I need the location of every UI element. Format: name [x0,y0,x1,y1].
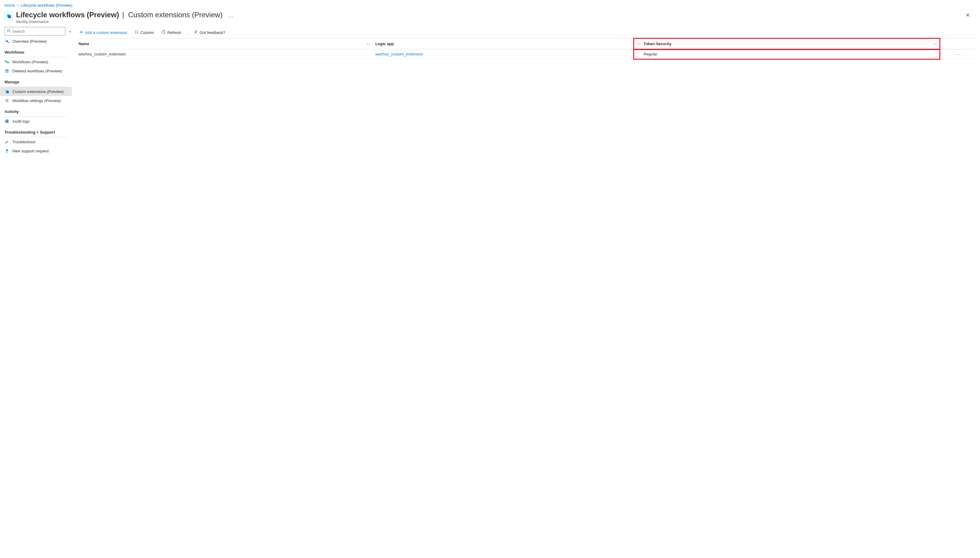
sidebar-section-troubleshoot: Troubleshooting + Support [0,126,72,136]
columns-icon [134,30,139,35]
page-subview-title: Custom extensions (Preview) [128,11,223,19]
plus-icon [79,30,83,35]
svg-point-5 [5,39,6,41]
close-icon[interactable]: ✕ [962,11,973,20]
breadcrumb-home[interactable]: Home [5,3,15,8]
main-content: Add a custom extension Column Refresh Go… [72,27,980,157]
gear-icon [5,98,10,103]
sidebar-item-new-support-request[interactable]: New support request [0,146,72,155]
column-label: Logic app [375,41,394,46]
log-icon [5,119,10,124]
svg-rect-7 [5,61,7,62]
svg-point-16 [7,100,8,102]
svg-line-3 [10,31,10,33]
feedback-icon [193,30,198,35]
sidebar: « Overview (Preview) Workflows Workflows… [0,27,72,157]
sidebar-section-activity: Activity [0,105,72,116]
sidebar-item-deleted-workflows[interactable]: Deleted workflows (Preview) [0,66,72,75]
sidebar-section-workflows: Workflows [0,46,72,56]
sidebar-item-workflow-settings[interactable]: Workflow settings (Preview) [0,96,72,105]
cell-logic-app-link[interactable]: wezhou_custom_extension [375,52,423,56]
sidebar-item-label: Workflows (Preview) [12,60,48,64]
column-header-actions [940,38,976,49]
sidebar-item-label: Deleted workflows (Preview) [12,69,62,73]
button-label: Got feedback? [200,30,225,35]
svg-point-4 [6,40,8,42]
refresh-icon [161,30,166,35]
svg-point-6 [8,42,9,43]
column-button[interactable]: Column [131,29,157,36]
sidebar-item-label: Workflow settings (Preview) [12,98,61,103]
svg-rect-15 [7,91,9,93]
more-actions-icon[interactable]: … [228,12,233,18]
extension-icon [5,89,10,94]
breadcrumb-current[interactable]: Lifecycle workflows (Preview) [21,3,72,8]
resource-icon [5,12,13,20]
svg-rect-9 [6,70,8,72]
trash-icon [5,69,10,73]
page-title-separator: | [120,11,128,19]
table-row[interactable]: wezhou_custom_extension wezhou_custom_ex… [76,49,976,59]
sidebar-item-custom-extensions[interactable]: Custom extensions (Preview) [0,87,72,96]
svg-point-2 [7,30,10,32]
sidebar-section-manage: Manage [0,75,72,86]
sidebar-search[interactable] [5,27,66,35]
sidebar-item-workflows[interactable]: Workflows (Preview) [0,57,72,66]
sidebar-item-troubleshoot[interactable]: Troubleshoot [0,137,72,146]
sidebar-item-label: Audit logs [12,119,29,124]
page-header: Lifecycle workflows (Preview) | Custom e… [0,10,980,27]
column-label: Name [79,41,89,46]
svg-point-21 [6,149,8,151]
search-input[interactable] [12,29,63,34]
sort-icon[interactable]: ↑↓ [366,42,370,46]
button-label: Add a custom extension [85,30,127,35]
sidebar-item-audit-logs[interactable]: Audit logs [0,117,72,126]
cell-token-security: Regular [634,49,940,59]
flow-icon [5,59,10,64]
svg-rect-8 [8,62,9,63]
sort-icon[interactable]: ↑↓ [637,42,641,46]
cell-name: wezhou_custom_extension [76,49,373,59]
column-header-logic-app[interactable]: Logic app [373,38,634,49]
wrench-icon [5,140,10,144]
breadcrumb-separator-icon: > [17,3,20,8]
got-feedback-button[interactable]: Got feedback? [190,29,228,36]
column-header-name[interactable]: Name ↑↓ [76,38,373,49]
svg-point-30 [195,31,197,33]
custom-extensions-table: Name ↑↓ Logic app ↑↓ Token Security ↑↓ [76,38,976,59]
sidebar-item-label: New support request [12,149,49,153]
command-bar: Add a custom extension Column Refresh Go… [76,27,976,38]
column-header-token-security[interactable]: ↑↓ Token Security ↑↓ [634,38,940,49]
page-subtitle: Identity Governance [16,20,962,24]
search-icon [7,29,11,34]
button-label: Column [141,30,154,35]
row-more-actions-icon[interactable]: ··· [940,49,976,59]
support-icon [5,148,10,153]
overview-icon [5,39,10,44]
svg-rect-1 [8,15,11,18]
sidebar-item-label: Overview (Preview) [12,39,47,44]
sidebar-item-label: Troubleshoot [12,140,35,144]
table-header-row: Name ↑↓ Logic app ↑↓ Token Security ↑↓ [76,38,976,49]
add-custom-extension-button[interactable]: Add a custom extension [76,29,130,36]
column-label: Token Security [636,41,671,46]
button-label: Refresh [167,30,181,35]
sort-icon[interactable]: ↑↓ [933,42,937,46]
sidebar-item-label: Custom extensions (Preview) [12,89,64,94]
breadcrumb: Home > Lifecycle workflows (Preview) [0,0,980,10]
page-title: Lifecycle workflows (Preview) [16,11,119,19]
refresh-button[interactable]: Refresh [158,29,184,36]
sidebar-item-overview[interactable]: Overview (Preview) [0,37,72,46]
